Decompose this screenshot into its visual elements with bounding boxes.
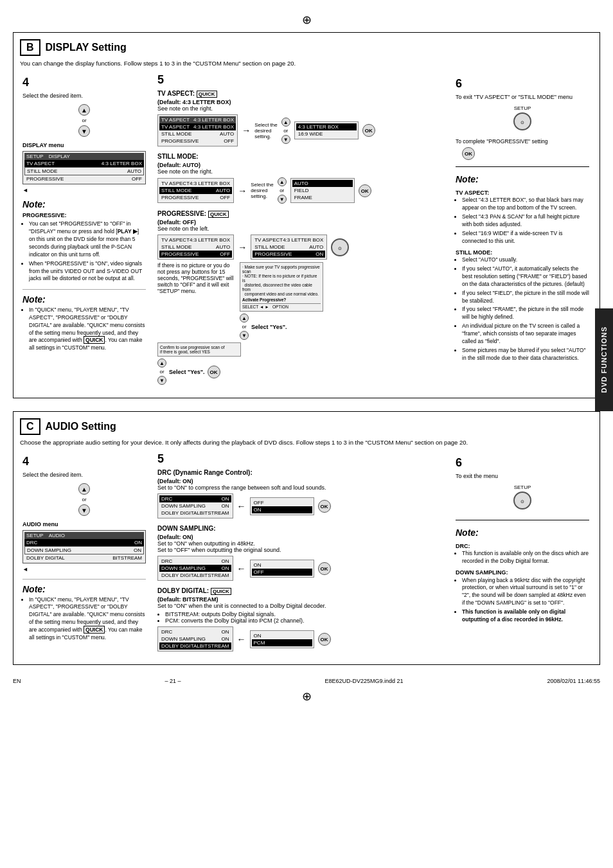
audio-step4-num: 4: [22, 455, 146, 468]
audio-section: C AUDIO Setting Choose the appropriate a…: [13, 411, 600, 665]
display-three-col: 4 Select the desired item. ▲ or ▼ DISPLA…: [20, 73, 593, 391]
progressive-setup-icon: ⊙: [331, 238, 349, 256]
down-sampling-ok[interactable]: OK: [318, 562, 331, 575]
confirm1-down[interactable]: ▼: [240, 331, 249, 340]
dolby-left-arrow: ←: [237, 634, 246, 644]
still-mode-menu-before: TV ASPECT4:3 LETTER BOX STILL MODEAUTO P…: [157, 178, 234, 203]
audio-section-letter: C: [20, 418, 40, 435]
down-arrow-btn[interactable]: ▼: [78, 125, 90, 137]
display-progressive-desc: See note on the left.: [157, 226, 443, 232]
confirm1-up[interactable]: ▲: [240, 314, 249, 323]
display-tv-aspect-note-title: TV ASPECT:: [456, 189, 589, 197]
still-mode-up[interactable]: ▲: [278, 177, 287, 186]
display-left-col: 4 Select the desired item. ▲ or ▼ DISPLA…: [20, 73, 148, 391]
down-sampling-menu-after: ON OFF: [250, 560, 314, 578]
display-progressive-item: PROGRESSIVE: QUICK (Default: OFF) See no…: [157, 210, 443, 385]
bottom-compass: ⊕: [13, 689, 600, 704]
sm-note-b5: An individual picture on the TV screen i…: [462, 323, 589, 346]
progressive-menu-before: TV ASPECT4:3 LETTER BOX STILL MODEAUTO P…: [157, 235, 234, 260]
confirm2-down[interactable]: ▼: [157, 376, 166, 385]
display-right-col: 6 To exit "TV ASPECT" or "STILL MODE" me…: [452, 73, 593, 391]
display-note-right: Note: TV ASPECT: Select "4:3 LETTER BOX"…: [456, 173, 589, 362]
still-mode-down[interactable]: ▼: [278, 195, 287, 204]
tv-aspect-quick-badge: QUICK: [197, 91, 217, 98]
display-progressive-subtitle: (Default: OFF): [157, 219, 443, 226]
display-still-mode-subtitle: (Default: AUTO): [157, 162, 443, 168]
progressive-setup-btn[interactable]: ⊙: [331, 238, 349, 256]
audio-menu-label: AUDIO menu: [22, 521, 146, 527]
display-tv-aspect-desc: See note on the right.: [157, 105, 443, 112]
tv-aspect-up[interactable]: ▲: [281, 118, 290, 127]
down-sampling-left-arrow: ←: [237, 563, 246, 574]
audio-note1-bullet1: In "QUICK" menu, "PLAYER MENU", "TV ASPE…: [29, 596, 146, 642]
still-mode-select-label: Select thedesiredsetting.: [251, 182, 274, 199]
audio-drc-subtitle: (Default: ON): [157, 478, 443, 484]
audio-menu-mockup: SETUP AUDIO DRCON DOWN SAMPLINGON DOLBY …: [22, 530, 146, 563]
audio-step6-num: 6: [456, 456, 589, 470]
dolby-menu-before: DRCON DOWN SAMPLINGON DOLBY DIGITALBITST…: [157, 626, 233, 651]
audio-up-arrow-btn[interactable]: ▲: [78, 483, 90, 495]
display-still-mode-note-bullets: Select "AUTO" usually. If you select "AU…: [456, 256, 589, 362]
tv-aspect-menu-after: 4:3 LETTER BOX 16:9 WIDE: [294, 121, 359, 139]
display-menu-label: DISPLAY menu: [22, 142, 146, 148]
display-note2-heading: Note:: [22, 294, 146, 306]
drc-ok[interactable]: OK: [318, 500, 331, 513]
audio-arrow-indicator: ◄: [22, 566, 146, 572]
confirm2-up[interactable]: ▲: [157, 359, 166, 368]
top-compass: ⊕: [13, 13, 600, 27]
footer-file-info: E8E62UD-DV225MG9.indd 21: [324, 678, 403, 684]
display-section: B DISPLAY Setting You can change the dis…: [13, 32, 600, 398]
still-mode-ud-arrows: ▲ or ▼: [278, 177, 287, 204]
footer-en: EN: [13, 678, 21, 684]
display-note1-bullet2: When "PROGRESSIVE" is "ON", video signal…: [29, 260, 146, 283]
dvd-functions-tab: DVD FUNCTIONS: [595, 308, 613, 411]
dolby-ok[interactable]: OK: [318, 633, 331, 646]
sm-note-b1: Select "AUTO" usually.: [462, 256, 589, 264]
audio-drc-desc: Set to "ON" to compress the range betwee…: [157, 484, 443, 491]
display-center-col: 5 TV ASPECT: QUICK (Default: 4:3 LETTER …: [154, 73, 447, 391]
audio-step5-num: 5: [157, 452, 443, 466]
display-ok-btn[interactable]: OK: [462, 147, 475, 160]
up-arrow-btn[interactable]: ▲: [78, 104, 90, 116]
audio-down-sampling-title: DOWN SAMPLING:: [157, 525, 443, 532]
display-section-letter: B: [20, 39, 40, 56]
progressive-right-arrow: →: [238, 242, 247, 252]
progressive-select-yes1-row: ▲ or ▼ Select "Yes".: [240, 314, 323, 340]
drc-note-b1: This function is available only on the d…: [462, 550, 589, 565]
ds-note-b1: When playing back a 96kHz disc with the …: [462, 577, 589, 608]
audio-down-sampling-note-title: DOWN SAMPLING:: [456, 569, 589, 577]
audio-drc-title: DRC (Dynamic Range Control):: [157, 469, 443, 476]
dvd-functions-label: DVD FUNCTIONS: [600, 326, 608, 393]
dolby-menu-after: ON PCM: [250, 630, 314, 648]
display-note1-heading: Note:: [22, 199, 146, 211]
audio-dolby-desc: Set to "ON" when the unit is connected t…: [157, 603, 443, 609]
audio-note1-heading: Note:: [22, 583, 146, 596]
display-note1-bullets: You can set "PROGRESSIVE" to "OFF" in "D…: [22, 220, 146, 283]
progressive-confirm-box1: · Make sure your TV supports progressive…: [240, 262, 323, 312]
drc-menu-after: OFF ON: [250, 497, 314, 515]
audio-down-arrow-btn[interactable]: ▼: [78, 504, 90, 516]
display-step6-num: 6: [456, 77, 589, 91]
still-mode-ok[interactable]: OK: [359, 184, 371, 197]
tv-aspect-down[interactable]: ▼: [281, 135, 290, 144]
confirm2-ok[interactable]: OK: [208, 366, 220, 378]
display-setup-btn[interactable]: ⊙: [513, 112, 531, 130]
sm-note-b4: If you select "FRAME", the picture in th…: [462, 306, 589, 321]
audio-dolby-title: DOLBY DIGITAL: QUICK: [157, 587, 443, 594]
display-to-complete: To complete "PROGRESSIVE" setting: [456, 138, 589, 145]
progressive-no-picture-text: If there is no picture or you do not pre…: [157, 262, 235, 294]
display-progressive-title: PROGRESSIVE: QUICK: [157, 210, 443, 217]
display-note1: Note: PROGRESSIVE: You can set "PROGRESS…: [22, 199, 146, 283]
audio-section-title: AUDIO Setting: [46, 421, 116, 432]
audio-setup-label: SETUP: [514, 484, 531, 490]
audio-setup-btn[interactable]: ⊙: [513, 492, 531, 509]
footer-date: 2008/02/01 11:46:55: [547, 678, 600, 684]
progressive-quick-badge: QUICK: [208, 211, 229, 218]
audio-note1-bullets: In "QUICK" menu, "PLAYER MENU", "TV ASPE…: [22, 596, 146, 642]
ds-note-b2: This function is available only on digit…: [462, 608, 589, 624]
tv-aspect-ok[interactable]: OK: [362, 124, 375, 137]
tv-aspect-menu-before: TV ASPECT4:3 LETTER BOX TV ASPECT4:3 LET…: [157, 114, 238, 146]
display-tv-aspect-title: TV ASPECT: QUICK: [157, 90, 443, 97]
audio-note1: Note: In "QUICK" menu, "PLAYER MENU", "T…: [22, 579, 146, 642]
drc-menu-before: DRCON DOWN SAMPLINGON DOLBY DIGITALBITST…: [157, 493, 233, 518]
